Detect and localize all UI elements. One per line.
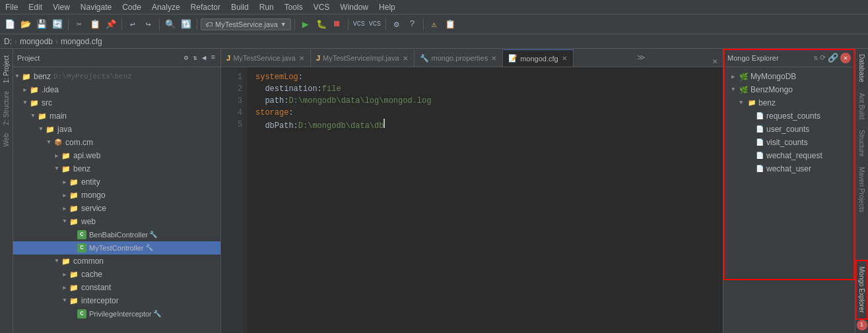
mongo-item-user-counts[interactable]: ▶ 📄 user_counts <box>723 123 855 136</box>
panel-sort-icon[interactable]: ⇅ <box>191 53 199 63</box>
mongo-item-benz-folder[interactable]: ▼ 📁 benz <box>723 96 855 109</box>
tree-item-privilege[interactable]: ▶ C PrivilegeInterceptor 🔧 <box>13 307 220 320</box>
mongo-explorer-header: Mongo Explorer ⇅ ⟳ 🔗 ✕ <box>723 49 855 67</box>
menu-vcs[interactable]: VCS <box>308 1 335 13</box>
tab-mongo-explorer[interactable]: Mongo Explorer <box>855 260 868 320</box>
tab-mytestserviceimpl[interactable]: J MyTestServiceImpl.java ✕ <box>311 49 415 67</box>
menu-refactor[interactable]: Refactor <box>185 1 226 13</box>
tree-item-src[interactable]: ▼ 📁 src <box>13 96 220 109</box>
mongo-close-icon[interactable]: ✕ <box>840 53 851 63</box>
tab-close-icon4[interactable]: ✕ <box>561 55 568 62</box>
tab-maven-projects[interactable]: Maven Projects <box>857 162 867 218</box>
search-btn[interactable]: 🔍 <box>163 17 178 32</box>
cut-btn[interactable]: ✂ <box>72 17 86 32</box>
tree-item-constant[interactable]: ▶ 📁 constant <box>13 281 220 294</box>
mongo-toolbar-icon2[interactable]: ⟳ <box>820 53 826 62</box>
menu-code[interactable]: Code <box>117 1 147 13</box>
settings-btn[interactable]: ⚙ <box>389 17 404 32</box>
run-btn[interactable]: ▶ <box>298 17 313 32</box>
tree-item-java[interactable]: ▼ 📁 java <box>13 123 220 136</box>
tree-item-mytest-controller[interactable]: ▶ C MyTestController 🔧 <box>13 241 220 255</box>
mongo-item-wechat-user[interactable]: ▶ 📄 wechat_user <box>723 162 855 175</box>
menu-window[interactable]: Window <box>335 1 374 13</box>
mongo-item-wechat-request[interactable]: ▶ 📄 wechat_request <box>723 149 855 162</box>
menu-help[interactable]: Help <box>374 1 401 13</box>
help-btn[interactable]: ? <box>405 17 420 32</box>
paste-btn[interactable]: 📌 <box>104 17 118 32</box>
editor-close-btn[interactable]: ✕ <box>710 56 720 67</box>
tab-close-icon[interactable]: ✕ <box>298 55 305 62</box>
tab-icon-cfg: 📝 <box>508 54 517 63</box>
tree-item-common[interactable]: ▼ 📁 common <box>13 255 220 268</box>
event-log-btn[interactable]: 📋 <box>443 17 457 32</box>
menu-analyze[interactable]: Analyze <box>147 1 185 13</box>
tab-database[interactable]: Database <box>857 49 867 88</box>
main-area: 1: Project 2: Structure Web Project ⚙ ⇅ … <box>0 49 868 333</box>
menu-view[interactable]: View <box>48 1 75 13</box>
tabs-more-btn[interactable]: ≫ <box>633 53 650 63</box>
tree-item-cache[interactable]: ▶ 📁 cache <box>13 268 220 281</box>
code-line-3: path: D:\mongodb\data\log\mongod.log <box>255 95 715 107</box>
alert-btn[interactable]: ⚠ <box>427 17 442 32</box>
tab-structure-right[interactable]: Structure <box>857 125 867 162</box>
run-config-dropdown[interactable]: 🏷 MyTestService.java ▼ <box>201 18 291 30</box>
editor-content: 1 2 3 4 5 systemLog: destination: file p… <box>221 67 723 333</box>
text-cursor <box>384 119 385 128</box>
tree-item-entity[interactable]: ▶ 📁 entity <box>13 175 220 189</box>
copy-btn[interactable]: 📋 <box>88 17 102 32</box>
tree-item-benbabi[interactable]: ▶ C BenBabiController 🔧 <box>13 228 220 241</box>
menu-run[interactable]: Run <box>254 1 279 13</box>
vcs-update-btn[interactable]: VCS <box>368 17 382 32</box>
vcs-btn[interactable]: VCS <box>352 17 366 32</box>
left-side-tabs: 1: Project 2: Structure Web <box>0 49 13 333</box>
line-numbers: 1 2 3 4 5 <box>221 67 248 333</box>
tree-item-web-folder[interactable]: ▼ 📁 web <box>13 215 220 228</box>
menu-file[interactable]: File <box>0 1 23 13</box>
replace-btn[interactable]: 🔃 <box>179 17 193 32</box>
menu-build[interactable]: Build <box>226 1 254 13</box>
tree-item-com-cm[interactable]: ▼ 📦 com.cm <box>13 136 220 149</box>
new-file-btn[interactable]: 📄 <box>3 17 17 32</box>
tree-item-benz[interactable]: ▼ 📁 benz <box>13 162 220 175</box>
tree-item-service[interactable]: ▶ 📁 service <box>13 202 220 215</box>
tree-item-idea[interactable]: ▶ 📁 .idea <box>13 83 220 96</box>
debug-btn[interactable]: 🐛 <box>314 17 329 32</box>
mongo-item-mymongodb[interactable]: ▶ 🌿 MyMongoDB <box>723 70 855 83</box>
tab-close-icon3[interactable]: ✕ <box>490 55 497 62</box>
mongo-explorer-bottom-icon[interactable]: 1 <box>857 320 867 330</box>
tab-mongoproperties[interactable]: 🔧 mongo.properties ✕ <box>415 49 504 67</box>
sync-btn[interactable]: 🔄 <box>50 17 65 32</box>
tab-structure-left[interactable]: 2: Structure <box>1 87 11 129</box>
mongo-item-benzmongo[interactable]: ▼ 🌿 BenzMongo <box>723 83 855 96</box>
open-btn[interactable]: 📂 <box>18 17 33 32</box>
mongo-item-visit-counts[interactable]: ▶ 📄 visit_counts <box>723 136 855 149</box>
tabs-bar: J MyTestService.java ✕ J MyTestServiceIm… <box>221 49 723 67</box>
tab-mytestservice[interactable]: J MyTestService.java ✕ <box>221 49 311 67</box>
tab-mongodcfg[interactable]: 📝 mongod.cfg ✕ <box>503 49 573 67</box>
code-line-1: systemLog: <box>255 71 715 83</box>
tab-web[interactable]: Web <box>1 129 11 150</box>
undo-btn[interactable]: ↩ <box>125 17 140 32</box>
tab-project[interactable]: 1: Project <box>1 51 11 87</box>
tab-ant-build[interactable]: Ant Build <box>857 88 867 125</box>
tree-item-interceptor[interactable]: ▼ 📁 interceptor <box>13 294 220 307</box>
tree-item-api-web[interactable]: ▶ 📁 api.web <box>13 149 220 162</box>
code-area[interactable]: systemLog: destination: file path: D:\mo… <box>248 67 723 333</box>
panel-gear-icon[interactable]: ⚙ <box>183 53 190 63</box>
mongo-tree: ▶ 🌿 MyMongoDB ▼ 🌿 BenzMongo ▼ 📁 benz <box>723 67 855 333</box>
menu-edit[interactable]: Edit <box>23 1 48 13</box>
stop-btn[interactable]: ⏹ <box>330 17 345 32</box>
panel-collapse-icon[interactable]: ◀ <box>201 53 208 63</box>
mongo-item-request-counts[interactable]: ▶ 📄 request_counts <box>723 109 855 123</box>
menu-tools[interactable]: Tools <box>279 1 308 13</box>
redo-btn[interactable]: ↪ <box>141 17 156 32</box>
mongo-toolbar-icon1[interactable]: ⇅ <box>813 53 818 62</box>
tab-close-icon2[interactable]: ✕ <box>402 55 409 62</box>
panel-settings-icon[interactable]: ≡ <box>209 53 217 63</box>
tree-item-mongo[interactable]: ▶ 📁 mongo <box>13 189 220 202</box>
mongo-connect-icon[interactable]: 🔗 <box>828 53 838 63</box>
save-btn[interactable]: 💾 <box>34 17 49 32</box>
tree-item-main[interactable]: ▼ 📁 main <box>13 109 220 123</box>
tree-item-root[interactable]: ▼ 📁 benz D:\MyProjects\benz <box>13 70 220 83</box>
menu-navigate[interactable]: Navigate <box>75 1 117 13</box>
